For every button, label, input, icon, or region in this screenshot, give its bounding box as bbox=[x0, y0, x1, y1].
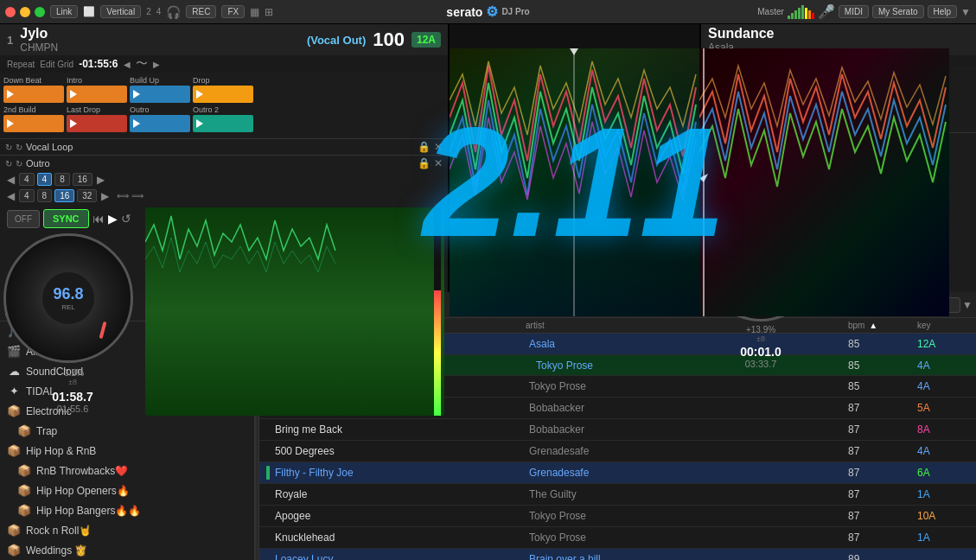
deck-left-artist: CHMPN bbox=[20, 41, 300, 54]
cue-drop: Drop bbox=[193, 76, 253, 103]
help-button[interactable]: Help bbox=[928, 5, 958, 18]
beat-prev-icon[interactable]: ◀ bbox=[5, 174, 16, 186]
master-bars bbox=[788, 5, 814, 19]
cue-last-drop-btn[interactable] bbox=[67, 115, 127, 132]
beat-4[interactable]: 4 bbox=[19, 173, 35, 186]
cue-outro-btn[interactable] bbox=[130, 115, 190, 132]
rec-button[interactable]: REC bbox=[186, 5, 216, 18]
sync-button-left[interactable]: SYNC bbox=[43, 209, 89, 228]
loop-icon-1: ↻ bbox=[5, 143, 12, 152]
beat-32[interactable]: 32 bbox=[77, 189, 97, 202]
bar-5 bbox=[801, 5, 804, 19]
loop-icon-2: ↻ bbox=[16, 143, 22, 152]
deck-left: 1 Jylo CHMPN (Vocal Out) 100 12A Repeat … bbox=[0, 24, 450, 292]
song-apogee: Apogee bbox=[275, 510, 529, 522]
platter-left[interactable]: 96.8 REL bbox=[3, 233, 133, 363]
beat-4-selected[interactable]: 4 bbox=[37, 173, 53, 186]
bpm-loacey: 89 bbox=[848, 553, 917, 560]
waveform-big-center bbox=[450, 48, 699, 316]
play-icon-left[interactable]: ▶ bbox=[108, 212, 118, 226]
cue-intro-btn[interactable] bbox=[67, 86, 127, 103]
deck-left-number: 1 bbox=[7, 34, 13, 47]
bpm-bring: 87 bbox=[848, 423, 917, 436]
cue-outro2-btn[interactable] bbox=[193, 115, 253, 132]
loop-lock-icon: 🔒 bbox=[418, 141, 431, 153]
midi-button[interactable]: MIDI bbox=[839, 5, 869, 18]
left-controls: OFF SYNC ⏮ ▶ ↺ 96.8 REL -3.2% bbox=[3, 207, 142, 416]
artist-filthy: Grenadesafe bbox=[529, 467, 848, 479]
beat-next-icon[interactable]: ▶ bbox=[95, 174, 106, 186]
color-bar-knuckle bbox=[266, 531, 270, 544]
bar-7 bbox=[808, 10, 811, 19]
cue-2nd-build-btn[interactable] bbox=[3, 115, 64, 132]
rock-icon: 📦 bbox=[7, 524, 21, 537]
wave-icon: 〜 bbox=[136, 56, 148, 72]
dj-pro-text: DJ Pro bbox=[501, 7, 529, 16]
song-500: 500 Degrees bbox=[275, 445, 529, 457]
trap-icon: 📦 bbox=[17, 424, 31, 437]
track-row-loacey[interactable]: Loacey Lucy Brain over a hill 89 bbox=[259, 549, 976, 560]
key-500: 4A bbox=[917, 445, 969, 457]
help-arrow-icon: ▼ bbox=[960, 6, 971, 18]
bar-8 bbox=[812, 13, 814, 19]
off-button-left[interactable]: OFF bbox=[7, 210, 40, 228]
minimize-button[interactable] bbox=[20, 7, 30, 17]
forward-icon[interactable]: ⟹ bbox=[131, 191, 144, 200]
beat-16-selected[interactable]: 16 bbox=[54, 189, 74, 202]
reverse-icon[interactable]: ⟺ bbox=[117, 191, 129, 200]
cue-drop-btn[interactable] bbox=[193, 86, 253, 103]
song-loacey: Loacey Lucy bbox=[275, 553, 529, 560]
my-serato-button[interactable]: My Serato bbox=[872, 5, 924, 18]
decks-area: 1 Jylo CHMPN (Vocal Out) 100 12A Repeat … bbox=[0, 24, 976, 292]
waveform-mini-left bbox=[145, 207, 444, 416]
sidebar-item-hiphop[interactable]: 📦 Hip Hop & RnB bbox=[0, 441, 254, 461]
sidebar-item-rnb-throwbacks[interactable]: 📦 RnB Throwbacks❤️ bbox=[0, 461, 254, 480]
beat-8[interactable]: 8 bbox=[54, 173, 70, 186]
beat-16[interactable]: 16 bbox=[73, 173, 92, 186]
beat-next-icon-2[interactable]: ▶ bbox=[99, 190, 111, 202]
close-button[interactable] bbox=[5, 7, 16, 17]
maximize-button[interactable] bbox=[35, 7, 45, 17]
next-icon[interactable]: ▶ bbox=[153, 60, 160, 69]
color-bar-apogee bbox=[266, 509, 270, 523]
sync-controls: OFF SYNC ⏮ ▶ ↺ bbox=[3, 207, 142, 230]
bpm-evening: 87 bbox=[848, 402, 917, 414]
track-row-apogee[interactable]: Apogee Tokyo Prose 87 10A bbox=[259, 506, 976, 527]
bar-1 bbox=[788, 16, 790, 19]
cue-2nd-build: 2nd Build bbox=[3, 105, 64, 132]
fx-button[interactable]: FX bbox=[221, 5, 245, 18]
loop-close-btn-2[interactable]: ✕ bbox=[434, 157, 443, 169]
track-row-500[interactable]: 500 Degrees Grenadesafe 87 4A bbox=[259, 441, 976, 462]
sidebar-item-trap[interactable]: 📦 Trap bbox=[0, 421, 254, 441]
waveform-content bbox=[450, 48, 699, 316]
cue-down-beat-btn[interactable] bbox=[3, 86, 64, 103]
prev-icon[interactable]: ◀ bbox=[124, 60, 131, 69]
pitch-label-right: +13.9% bbox=[740, 325, 781, 334]
track-row-knuckle[interactable]: Knucklehead Tokyo Prose 87 1A bbox=[259, 527, 976, 549]
track-row-bring[interactable]: Bring me Back Bobabacker 87 8A bbox=[259, 419, 976, 441]
sidebar-item-hiphop-openers[interactable]: 📦 Hip Hop Openers🔥 bbox=[0, 480, 254, 500]
track-row-filthy[interactable]: Filthy - Filthy Joe Grenadesafe 87 6A bbox=[259, 462, 976, 484]
link-button[interactable]: Link bbox=[50, 5, 78, 18]
loop-lock-icon-2: 🔒 bbox=[418, 157, 431, 169]
sidebar-item-weddings[interactable]: 📦 Weddings 👸 bbox=[0, 540, 254, 560]
sidebar-item-hiphop-bangers[interactable]: 📦 Hip Hop Bangers🔥🔥 bbox=[0, 500, 254, 520]
cue-icon-left[interactable]: ↺ bbox=[121, 212, 131, 226]
cue-build-up-btn[interactable] bbox=[130, 86, 190, 103]
beat-prev-icon-2[interactable]: ◀ bbox=[5, 190, 16, 202]
sidebar-rnb-label: RnB Throwbacks❤️ bbox=[36, 465, 128, 477]
time-remaining: -01:55:6 bbox=[79, 58, 118, 70]
bpm-echoes: 85 bbox=[848, 380, 917, 392]
prev-track-icon[interactable]: ⏮ bbox=[92, 212, 105, 226]
headphone-icon: 🎧 bbox=[166, 5, 181, 19]
track-row-royale[interactable]: Royale The Guilty 87 1A bbox=[259, 484, 976, 506]
cue-intro: Intro bbox=[67, 76, 127, 103]
cue-build-up: Build Up bbox=[130, 76, 190, 103]
song-royale: Royale bbox=[275, 488, 529, 500]
sidebar-item-rock[interactable]: 📦 Rock n Roll🤘 bbox=[0, 520, 254, 540]
beat-4-2[interactable]: 4 bbox=[19, 189, 35, 202]
deck-left-bpm: 100 bbox=[373, 29, 405, 51]
vertical-button[interactable]: Vertical bbox=[100, 5, 141, 18]
beat-8-2[interactable]: 8 bbox=[37, 189, 53, 202]
loop-close-btn[interactable]: ✕ bbox=[434, 141, 443, 153]
